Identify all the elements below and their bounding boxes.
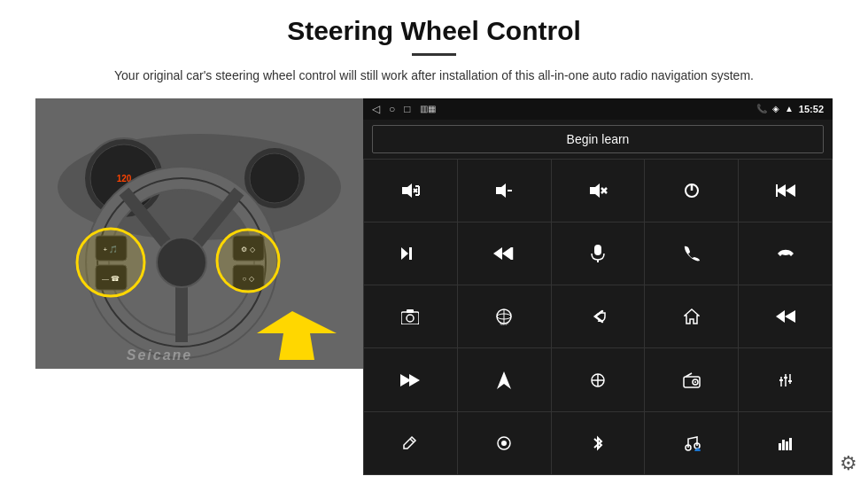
svg-marker-60 — [409, 374, 420, 386]
svg-rect-49 — [401, 312, 419, 324]
audio-bars-button[interactable] — [739, 412, 832, 474]
svg-line-75 — [410, 439, 414, 442]
vol-up-button[interactable] — [364, 160, 457, 222]
vol-down-button[interactable] — [458, 160, 551, 222]
svg-marker-57 — [785, 310, 795, 323]
settings-gear-icon[interactable]: ⚙ — [840, 452, 857, 475]
svg-point-13 — [157, 238, 206, 287]
status-bar: ◁ ○ □ ▥▦ 📞 ◈ ▲ 15:52 — [363, 98, 833, 120]
content-area: 120 + 🎵 — ☎ — [35, 98, 833, 475]
svg-marker-42 — [401, 247, 408, 260]
svg-rect-47 — [594, 245, 601, 255]
end-call-button[interactable] — [739, 222, 832, 285]
time-display: 15:52 — [799, 104, 824, 114]
rewind-button[interactable] — [739, 285, 832, 347]
svg-rect-43 — [409, 247, 412, 260]
camera-button[interactable] — [364, 285, 457, 347]
status-left: ◁ ○ □ ▥▦ — [372, 103, 436, 115]
svg-point-68 — [694, 381, 696, 383]
navigation-button[interactable] — [458, 348, 551, 410]
back-icon[interactable]: ◁ — [372, 103, 380, 115]
home-nav-button[interactable] — [645, 285, 738, 347]
svg-marker-44 — [493, 247, 502, 260]
page: Steering Wheel Control Your original car… — [0, 0, 868, 484]
android-panel: ◁ ○ □ ▥▦ 📞 ◈ ▲ 15:52 Begin learn — [363, 98, 833, 475]
signal-icon: ▥▦ — [420, 104, 436, 113]
title-underline — [412, 53, 456, 56]
bluetooth-button[interactable] — [552, 412, 645, 474]
svg-text:🔵: 🔵 — [694, 448, 701, 451]
svg-rect-83 — [786, 441, 788, 450]
signal-bars-icon: ▲ — [785, 104, 794, 113]
microphone-button[interactable] — [552, 222, 645, 285]
svg-marker-39 — [786, 184, 795, 197]
svg-rect-84 — [789, 438, 792, 450]
skip-forward-button[interactable] — [364, 222, 457, 285]
svg-marker-45 — [502, 247, 511, 260]
svg-marker-32 — [496, 183, 506, 198]
svg-rect-82 — [782, 440, 785, 450]
svg-marker-26 — [402, 183, 412, 198]
svg-point-77 — [501, 441, 507, 446]
begin-learn-button[interactable]: Begin learn — [372, 125, 824, 153]
svg-marker-34 — [590, 183, 600, 198]
page-title: Steering Wheel Control — [287, 16, 581, 46]
prev-skip-button[interactable] — [739, 160, 832, 222]
swap-button[interactable] — [552, 348, 645, 410]
mute-button[interactable] — [552, 160, 645, 222]
back-nav-button[interactable] — [552, 285, 645, 347]
svg-rect-51 — [407, 309, 414, 313]
home-icon[interactable]: ○ — [389, 103, 395, 115]
svg-rect-41 — [776, 184, 778, 197]
forward-skip2-button[interactable] — [364, 348, 457, 410]
control-grid: 360° — [363, 159, 833, 475]
svg-marker-58 — [776, 310, 785, 323]
equalizer-sliders-button[interactable] — [739, 348, 832, 410]
begin-learn-row: Begin learn — [363, 120, 833, 159]
call-button[interactable] — [645, 222, 738, 285]
car-background: 120 + 🎵 — ☎ — [35, 98, 363, 369]
edit-button[interactable] — [364, 412, 457, 474]
car-image: 120 + 🎵 — ☎ — [35, 98, 363, 369]
svg-point-50 — [407, 315, 414, 322]
wifi-icon: ◈ — [772, 104, 779, 113]
page-subtitle: Your original car's steering wheel contr… — [114, 66, 754, 86]
next-skip-button[interactable] — [458, 222, 551, 285]
circle-button[interactable] — [458, 412, 551, 474]
svg-point-23 — [217, 230, 279, 292]
phone-icon: 📞 — [756, 104, 767, 113]
view-360-button[interactable]: 360° — [458, 285, 551, 347]
recents-icon[interactable]: □ — [404, 103, 410, 115]
power-button[interactable] — [645, 160, 738, 222]
svg-marker-56 — [685, 309, 699, 324]
svg-rect-81 — [779, 443, 781, 450]
svg-text:360°: 360° — [500, 322, 508, 325]
music-button[interactable]: 🔵 — [645, 412, 738, 474]
svg-point-22 — [77, 229, 144, 296]
svg-marker-61 — [497, 371, 511, 389]
status-right: 📞 ◈ ▲ 15:52 — [756, 104, 824, 114]
steering-wheel-svg: 120 + 🎵 — ☎ — [35, 98, 363, 369]
svg-text:Seicane: Seicane — [127, 347, 192, 363]
svg-point-6 — [250, 153, 299, 203]
radio-button[interactable] — [645, 348, 738, 410]
